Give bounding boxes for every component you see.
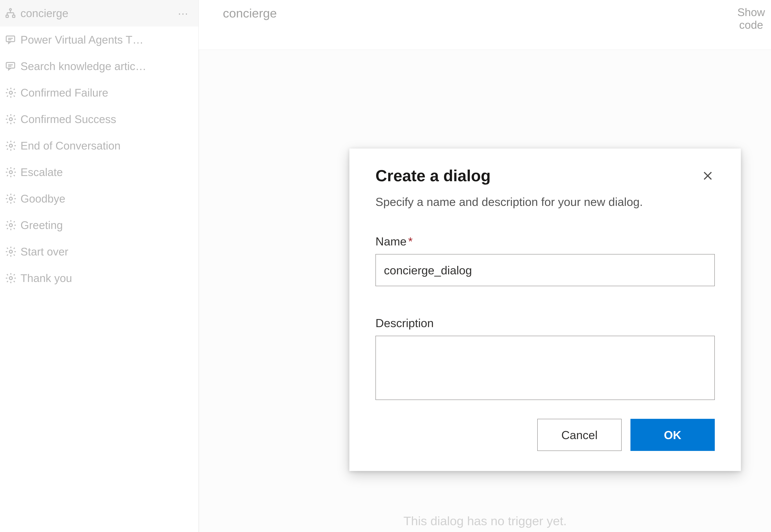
modal-subtitle: Specify a name and description for your … bbox=[375, 195, 715, 209]
name-input[interactable] bbox=[375, 254, 715, 286]
create-dialog-modal: Create a dialog Specify a name and descr… bbox=[349, 149, 741, 471]
description-input[interactable] bbox=[375, 336, 715, 400]
required-indicator: * bbox=[408, 235, 413, 248]
name-label: Name* bbox=[375, 235, 715, 248]
close-icon bbox=[702, 170, 713, 181]
cancel-button[interactable]: Cancel bbox=[537, 419, 622, 451]
modal-title: Create a dialog bbox=[375, 167, 491, 185]
description-label: Description bbox=[375, 316, 715, 330]
ok-button[interactable]: OK bbox=[631, 419, 715, 451]
close-button[interactable] bbox=[701, 169, 715, 183]
